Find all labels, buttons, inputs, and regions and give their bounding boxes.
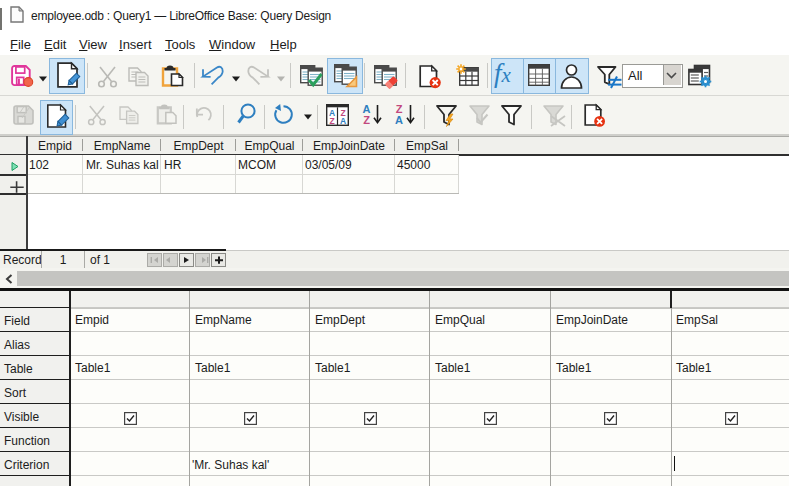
svg-text:A: A [340,116,346,126]
svg-text:A: A [395,114,403,126]
svg-text:Z: Z [396,103,403,115]
svg-text:Z: Z [363,114,370,126]
svg-text:A: A [363,103,371,115]
svg-text:Z: Z [329,116,334,126]
